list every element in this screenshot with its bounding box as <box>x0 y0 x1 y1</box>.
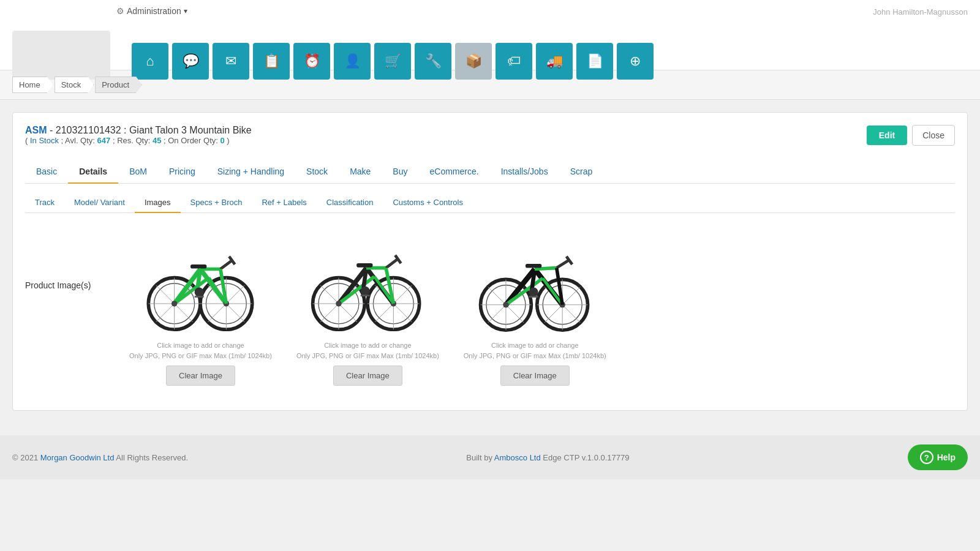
product-meta: ( In Stock ; Avl. Qty: 647 ; Res. Qty: 4… <box>25 136 252 145</box>
tag-nav-button[interactable]: 🏷 <box>496 43 532 80</box>
images-section: Product Image(s) <box>25 213 955 398</box>
meta-sep1: ; Avl. Qty: <box>61 136 97 145</box>
tab-ref-labels[interactable]: Ref + Labels <box>252 193 316 213</box>
meta-open-paren: ( <box>25 136 28 145</box>
admin-menu-label: Administration <box>127 6 181 16</box>
top-navigation-bar: ⚙ Administration ▾ John Hamilton-Magnuss… <box>0 0 980 70</box>
bike-image-3 <box>470 234 599 332</box>
tab-pricing[interactable]: Pricing <box>158 160 206 184</box>
tab-stock[interactable]: Stock <box>295 160 339 184</box>
footer: © 2021 Morgan Goodwin Ltd All Rights Res… <box>0 435 980 479</box>
company-logo <box>12 31 110 80</box>
calendar-nav-button[interactable]: 📋 <box>253 43 290 80</box>
images-layout: Product Image(s) <box>25 231 955 386</box>
footer-rights: All Rights Reserved. <box>116 453 188 462</box>
close-button[interactable]: Close <box>912 125 955 146</box>
bike-image-1 <box>136 234 265 332</box>
svg-point-75 <box>529 288 538 297</box>
docs-nav-button[interactable]: 📄 <box>576 43 613 80</box>
footer-company-link[interactable]: Morgan Goodwin Ltd <box>40 453 115 462</box>
svg-line-68 <box>532 269 535 290</box>
tab-bom[interactable]: BoM <box>118 160 158 184</box>
tab-model-variant[interactable]: Model/ Variant <box>64 193 135 213</box>
mail-nav-button[interactable]: ✉ <box>213 43 249 80</box>
admin-menu[interactable]: ⚙ Administration ▾ <box>116 6 187 16</box>
images-section-label: Product Image(s) <box>25 231 117 290</box>
primary-tabs: Basic Details BoM Pricing Sizing + Handl… <box>25 160 955 184</box>
tab-make[interactable]: Make <box>339 160 382 184</box>
footer-copyright: © 2021 <box>12 453 38 462</box>
svg-point-21 <box>172 301 177 306</box>
question-mark-icon: ? <box>920 451 933 464</box>
breadcrumb-home[interactable]: Home <box>12 77 53 93</box>
tab-ecommerce[interactable]: eCommerce. <box>418 160 489 184</box>
admin-menu-dropdown-icon: ▾ <box>184 7 187 15</box>
tab-basic[interactable]: Basic <box>25 160 68 184</box>
product-image-1: Click image to add or change Only JPG, P… <box>129 231 272 386</box>
res-qty: 45 <box>153 136 161 145</box>
tab-scrap[interactable]: Scrap <box>559 160 604 184</box>
svg-point-23 <box>195 288 204 297</box>
avl-qty: 647 <box>97 136 111 145</box>
product-title-area: ASM - 210321101432 : Giant Talon 3 Mount… <box>25 125 252 154</box>
image-upload-3[interactable] <box>467 231 602 335</box>
tab-track[interactable]: Track <box>25 193 64 213</box>
meta-close-paren: ) <box>227 136 229 145</box>
cart-nav-button[interactable]: 🛒 <box>374 43 411 80</box>
tab-sizing[interactable]: Sizing + Handling <box>206 160 295 184</box>
breadcrumb-product[interactable]: Product <box>95 77 142 93</box>
help-button-label: Help <box>937 452 956 462</box>
on-order-qty: 0 <box>220 136 224 145</box>
product-header: ASM - 210321101432 : Giant Talon 3 Mount… <box>25 125 955 154</box>
product-title: ASM - 210321101432 : Giant Talon 3 Mount… <box>25 125 252 136</box>
svg-line-16 <box>198 269 201 289</box>
svg-line-71 <box>557 260 570 268</box>
svg-rect-44 <box>356 263 372 268</box>
product-image-3: Click image to add or change Only JPG, P… <box>464 231 606 386</box>
product-asm: ASM <box>25 125 47 135</box>
tab-images[interactable]: Images <box>135 193 181 213</box>
footer-right: Built by Ambosco Ltd Edge CTP v.1.0.0.17… <box>466 453 629 462</box>
user-nav-button[interactable]: 👤 <box>334 43 371 80</box>
help-button[interactable]: ? Help <box>908 444 968 470</box>
product-name: Giant Talon 3 Mountain Bike <box>129 125 252 135</box>
svg-line-19 <box>221 260 232 269</box>
in-stock-link[interactable]: In Stock <box>30 136 59 145</box>
edit-button[interactable]: Edit <box>867 126 907 145</box>
breadcrumb-stock[interactable]: Stock <box>55 77 94 93</box>
svg-point-73 <box>503 302 509 307</box>
footer-version: Edge CTP v.1.0.0.17779 <box>543 453 629 462</box>
clock-nav-button[interactable]: ⏰ <box>293 43 330 80</box>
home-nav-button[interactable]: ⌂ <box>132 43 168 80</box>
clear-image-button-1[interactable]: Clear Image <box>166 365 235 386</box>
product-card: ASM - 210321101432 : Giant Talon 3 Mount… <box>12 112 968 411</box>
truck-nav-button[interactable]: 🚚 <box>536 43 573 80</box>
user-info: John Hamilton-Magnusson <box>873 7 968 17</box>
tab-specs[interactable]: Specs + Broch <box>181 193 252 213</box>
product-image-2: Click image to add or change Only JPG, P… <box>296 231 439 386</box>
footer-built-by: Built by <box>466 453 492 462</box>
tab-buy[interactable]: Buy <box>382 160 418 184</box>
meta-sep3: ; On Order Qty: <box>164 136 220 145</box>
image-hint-3: Click image to add or change Only JPG, P… <box>464 340 606 361</box>
tab-details[interactable]: Details <box>68 160 118 184</box>
tab-customs[interactable]: Customs + Controls <box>383 193 473 213</box>
images-grid: Click image to add or change Only JPG, P… <box>129 231 606 386</box>
svg-line-42 <box>364 268 367 288</box>
svg-point-47 <box>336 301 342 306</box>
image-hint-2: Click image to add or change Only JPG, P… <box>296 340 439 361</box>
image-upload-1[interactable] <box>133 231 268 335</box>
tab-classification[interactable]: Classification <box>317 193 383 213</box>
meta-sep2: ; Res. Qty: <box>113 136 153 145</box>
image-upload-2[interactable] <box>300 231 435 335</box>
clear-image-button-2[interactable]: Clear Image <box>333 365 402 386</box>
bike-image-2 <box>303 234 432 332</box>
box-nav-button[interactable]: 📦 <box>455 43 492 80</box>
footer-builder-link[interactable]: Ambosco Ltd <box>494 453 541 462</box>
chat-nav-button[interactable]: 💬 <box>172 43 209 80</box>
secondary-tabs: Track Model/ Variant Images Specs + Broc… <box>25 193 955 213</box>
tab-installs[interactable]: Installs/Jobs <box>490 160 559 184</box>
wrench-nav-button[interactable]: 🔧 <box>415 43 451 80</box>
clear-image-button-3[interactable]: Clear Image <box>500 365 570 386</box>
help-circle-nav-button[interactable]: ⊕ <box>617 43 654 80</box>
